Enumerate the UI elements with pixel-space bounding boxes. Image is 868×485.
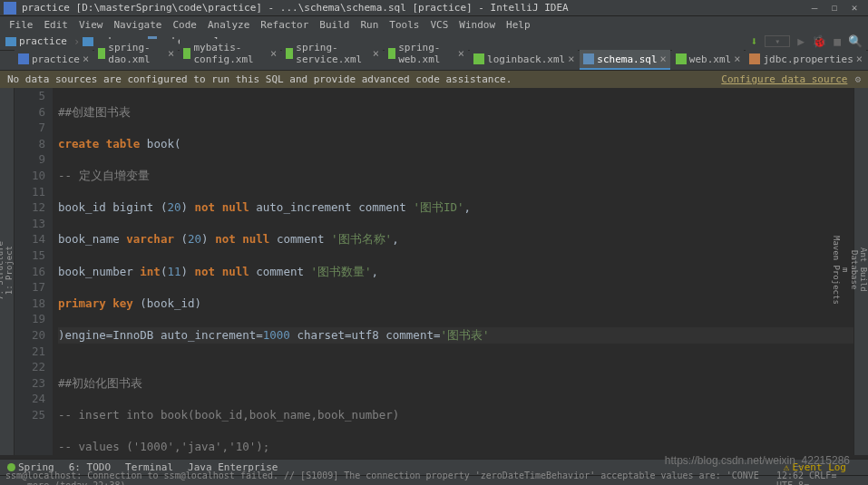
tool-database[interactable]: Database [850,250,859,289]
file-icon [473,53,484,64]
close-icon[interactable]: × [373,47,379,60]
file-icon [388,48,395,59]
breadcrumb-project[interactable]: practice [5,35,67,47]
file-icon [583,53,594,64]
close-icon[interactable]: × [458,47,464,60]
debug-icon[interactable]: 🐞 [812,34,826,48]
build-icon[interactable]: ⬇ [750,34,757,48]
file-icon [286,48,293,59]
tab-spring-dao-xml[interactable]: spring-dao.xml× [94,39,178,70]
menu-refactor[interactable]: Refactor [255,19,314,31]
tool-m[interactable]: m [841,267,850,272]
tab-jdbc-properties[interactable]: jdbc.properties× [746,50,866,70]
menu-tools[interactable]: Tools [384,19,424,31]
close-icon[interactable]: × [734,53,740,65]
menu-vcs[interactable]: VCS [424,19,454,31]
menu-run[interactable]: Run [355,19,384,31]
minimize-button[interactable]: — [805,2,824,14]
menu-help[interactable]: Help [501,19,536,31]
tool-mavenprojects[interactable]: Maven Projects [832,236,841,305]
tab-spring-service-xml[interactable]: spring-service.xml× [282,39,383,70]
close-icon[interactable]: × [856,53,863,65]
file-icon [676,53,687,64]
window-title: practice [D:\masterSpring\code\practice]… [22,2,805,14]
menu-file[interactable]: File [4,19,39,31]
editor-area: 1: Project7: Structure2: FavoritesUWeb 5… [0,88,868,455]
close-icon[interactable]: × [83,53,89,65]
menu-edit[interactable]: Edit [39,19,74,31]
menubar: FileEditViewNavigateCodeAnalyzeRefactorB… [0,16,868,33]
status-right: 12:62 CRLF≡ UTF-8≡ [776,470,863,485]
tab-schema-sql[interactable]: schema.sql× [580,50,669,70]
tab-web-xml[interactable]: web.xml× [672,50,745,70]
close-button[interactable]: ✕ [844,2,864,14]
line-gutter: 5678910111213141516171819202122232425 [15,88,53,455]
code-area[interactable]: ##创建图书表 create table book( -- 定义自增变量 boo… [53,88,868,455]
titlebar: practice [D:\masterSpring\code\practice]… [0,0,868,16]
tool-antbuild[interactable]: Ant Build [859,247,868,292]
file-icon [18,53,29,64]
app-icon [4,2,16,15]
notice-action[interactable]: Configure data source [721,73,847,85]
menu-view[interactable]: View [73,19,109,31]
menu-analyze[interactable]: Analyze [202,19,255,31]
close-icon[interactable]: × [568,53,574,65]
tab-spring-web-xml[interactable]: spring-web.xml× [385,39,468,70]
status-bar: ssm@localhost: Connection to ssm@localho… [0,475,868,485]
gear-icon[interactable]: ⚙ [854,73,861,85]
notice-bar: No data sources are configured to run th… [0,71,868,88]
left-tool-strip: 1: Project7: Structure2: FavoritesUWeb [0,88,15,455]
close-icon[interactable]: × [660,53,667,65]
file-icon [749,53,760,64]
notice-text: No data sources are configured to run th… [7,73,512,85]
tab-mybatis-config-xml[interactable]: mybatis-config.xml× [180,39,280,70]
tool-project[interactable]: 1: Project [5,246,14,295]
menu-navigate[interactable]: Navigate [109,19,168,31]
close-icon[interactable]: × [168,47,174,60]
stop-icon[interactable]: ■ [834,34,841,48]
editor-tabs: practice×spring-dao.xml×mybatis-config.x… [0,51,868,71]
tool-structure[interactable]: 7: Structure [0,241,5,300]
file-icon [98,48,105,59]
tab-loginback-xml[interactable]: loginback.xml× [470,50,578,70]
search-icon[interactable]: 🔍 [848,34,863,48]
close-icon[interactable]: × [270,47,277,60]
menu-window[interactable]: Window [454,19,501,31]
run-config[interactable]: ▾ [765,35,790,47]
right-tool-strip: Ant BuildDatabasemMaven Projects [853,88,868,455]
menu-code[interactable]: Code [167,19,202,31]
status-text: ssm@localhost: Connection to ssm@localho… [5,470,776,485]
maximize-button[interactable]: ☐ [824,2,844,14]
tab-practice[interactable]: practice× [15,50,93,70]
menu-build[interactable]: Build [314,19,355,31]
run-icon[interactable]: ▶ [797,34,805,48]
file-icon [183,48,190,59]
